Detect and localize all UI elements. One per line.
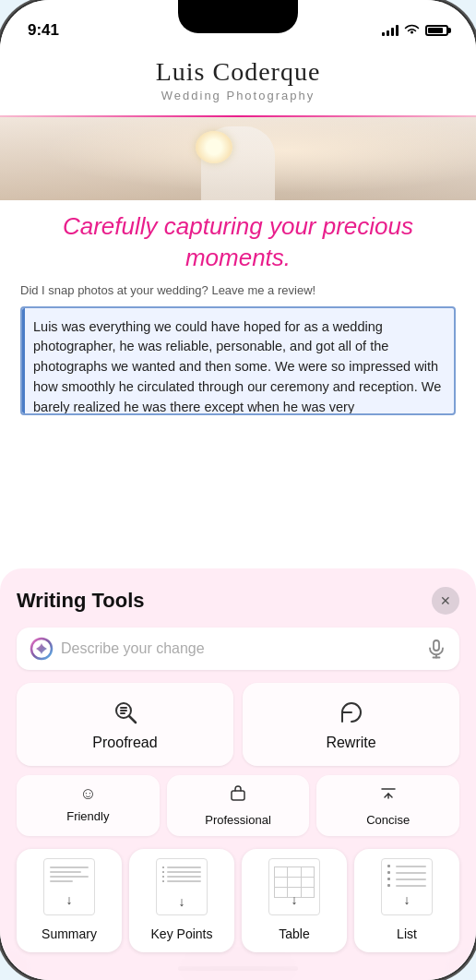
describe-placeholder[interactable]: Describe your change <box>61 640 419 657</box>
writing-tools-panel: Writing Tools ✕ Describe your change <box>0 568 476 980</box>
list-button[interactable]: ↓ List <box>354 849 459 952</box>
panel-header: Writing Tools ✕ <box>17 587 459 615</box>
site-subtitle: Wedding Photography <box>28 89 448 102</box>
list-doc-icon: ↓ <box>381 858 433 915</box>
main-content: Carefully capturing your precious moment… <box>0 200 476 426</box>
rewrite-icon <box>337 698 366 727</box>
close-button[interactable]: ✕ <box>432 587 459 615</box>
svg-rect-1 <box>434 640 439 651</box>
proofread-button[interactable]: Proofread <box>17 683 233 766</box>
review-prompt: Did I snap photos at your wedding? Leave… <box>20 283 456 297</box>
svg-line-5 <box>129 716 136 723</box>
sparkle-icon <box>30 637 54 661</box>
selected-review-text[interactable]: Luis was everything we could have hoped … <box>20 306 456 415</box>
key-points-label: Key Points <box>151 926 213 941</box>
summary-button[interactable]: ↓ Summary <box>17 849 122 952</box>
summary-label: Summary <box>42 926 97 941</box>
wifi-icon <box>404 23 420 38</box>
table-label: Table <box>279 926 309 941</box>
professional-button[interactable]: Professional <box>167 775 310 836</box>
site-title: Luis Coderque <box>28 57 448 87</box>
concise-button[interactable]: Concise <box>316 775 459 836</box>
status-icons <box>382 23 448 38</box>
summary-doc-icon: ↓ <box>43 858 95 915</box>
signal-icon <box>382 25 399 36</box>
page-heading: Carefully capturing your precious moment… <box>20 211 456 274</box>
describe-input-row[interactable]: Describe your change <box>17 627 459 670</box>
friendly-button[interactable]: ☺ Friendly <box>17 775 160 836</box>
phone-frame: 9:41 Luis Coderque Wedding Photography <box>0 0 476 980</box>
table-button[interactable]: ↓ Table <box>242 849 347 952</box>
professional-label: Professional <box>205 813 271 827</box>
key-points-button[interactable]: ↓ Key Points <box>129 849 234 952</box>
battery-icon <box>425 25 448 36</box>
rewrite-label: Rewrite <box>326 735 375 751</box>
svg-rect-9 <box>232 791 244 800</box>
notch <box>178 0 298 33</box>
website-header: Luis Coderque Wedding Photography <box>0 48 476 110</box>
professional-icon <box>229 784 247 807</box>
status-time: 9:41 <box>28 21 59 40</box>
friendly-label: Friendly <box>66 809 109 823</box>
panel-title: Writing Tools <box>17 589 145 613</box>
rewrite-button[interactable]: Rewrite <box>243 683 459 766</box>
hero-photo <box>0 117 476 200</box>
concise-icon <box>379 784 398 807</box>
small-tools-row: ☺ Friendly Professional <box>17 775 459 836</box>
list-label: List <box>397 926 417 941</box>
bouquet-decoration <box>196 131 232 163</box>
microphone-icon[interactable] <box>426 639 446 659</box>
card-tools-row: ↓ Summary <box>17 849 459 952</box>
table-doc-icon: ↓ <box>268 858 320 915</box>
concise-label: Concise <box>366 813 410 827</box>
proofread-icon <box>111 698 140 727</box>
key-points-doc-icon: ↓ <box>156 858 208 915</box>
large-tools-row: Proofread Rewrite <box>17 683 459 766</box>
proofread-label: Proofread <box>92 735 157 751</box>
friendly-icon: ☺ <box>79 784 96 804</box>
